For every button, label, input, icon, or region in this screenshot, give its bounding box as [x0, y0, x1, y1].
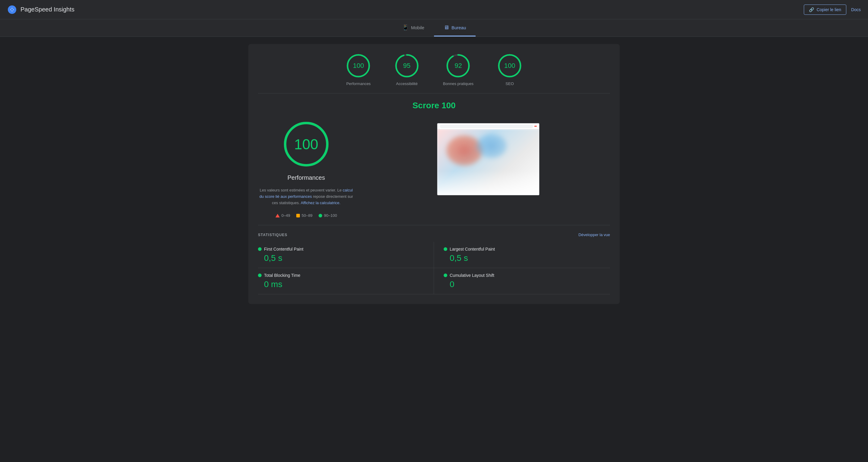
- header-left: PageSpeed Insights: [7, 5, 74, 15]
- app-title: PageSpeed Insights: [21, 6, 74, 13]
- legend-row: 0–49 50–89 90–100: [276, 213, 337, 218]
- stat-fcp-name-row: First Contentful Paint: [258, 247, 424, 252]
- score-detail-left: 100 Performances Les valeurs sont estimé…: [258, 120, 354, 218]
- score-title: Scrore 100: [258, 101, 610, 110]
- score-detail: 100 Performances Les valeurs sont estimé…: [258, 120, 610, 218]
- circle-value-bonnes-pratiques: 92: [455, 62, 462, 70]
- circle-seo: 100: [498, 54, 522, 78]
- tab-mobile[interactable]: 📱 Mobile: [393, 19, 434, 36]
- link-icon: 🔗: [809, 7, 814, 12]
- stat-cls-name-row: Cumulative Layout Shift: [444, 273, 610, 278]
- circle-bonnes-pratiques: 92: [446, 54, 470, 78]
- screenshot-frame: [437, 123, 539, 195]
- copy-link-button[interactable]: 🔗 Copier le lien: [804, 4, 846, 15]
- screenshot-container: [367, 120, 610, 195]
- circle-label-accessibilite: Accessibilité: [396, 81, 418, 86]
- score-circles-row: 100 Performances 95 Accessibilité: [258, 54, 610, 93]
- screenshot-top-bar: [437, 123, 539, 129]
- description-text: Les valeurs sont estimées et peuvent var…: [258, 187, 354, 206]
- url-bar: [440, 124, 533, 128]
- stats-header: STATISTIQUES Développer la vue: [258, 232, 610, 237]
- tab-bureau-label: Bureau: [452, 25, 466, 30]
- docs-link[interactable]: Docs: [851, 7, 861, 12]
- stat-item-fcp: First Contentful Paint 0,5 s: [258, 242, 434, 268]
- divider: [258, 225, 610, 225]
- red-triangle-icon: [276, 214, 280, 218]
- big-score-value: 100: [294, 136, 318, 152]
- tabs-container: 📱 Mobile 🖥 Bureau: [0, 19, 868, 37]
- stat-tbt-name-row: Total Blocking Time: [258, 273, 424, 278]
- circle-label-seo: SEO: [505, 81, 514, 86]
- stats-label: STATISTIQUES: [258, 233, 287, 237]
- header-right: 🔗 Copier le lien Docs: [804, 4, 861, 15]
- stat-tbt-value: 0 ms: [258, 280, 424, 289]
- pagespeed-logo: [7, 5, 17, 15]
- circle-performances: 100: [346, 54, 370, 78]
- screenshot-blob-red: [446, 136, 483, 166]
- stat-item-tbt: Total Blocking Time 0 ms: [258, 268, 434, 294]
- main-content: 100 Performances 95 Accessibilité: [241, 37, 627, 311]
- circle-value-accessibilite: 95: [403, 62, 410, 70]
- stat-item-cls: Cumulative Layout Shift 0: [434, 268, 610, 294]
- circle-label-bonnes-pratiques: Bonnes pratiques: [443, 81, 473, 86]
- tab-mobile-label: Mobile: [411, 25, 424, 30]
- desktop-icon: 🖥: [444, 24, 449, 31]
- stat-lcp-value: 0,5 s: [444, 253, 610, 263]
- stat-dot-lcp: [444, 247, 447, 251]
- big-score-label: Performances: [287, 174, 325, 181]
- legend-item-orange: 50–89: [296, 213, 313, 218]
- stat-dot-fcp: [258, 247, 261, 251]
- stat-lcp-name-row: Largest Contentful Paint: [444, 247, 610, 252]
- stat-cls-value: 0: [444, 280, 610, 289]
- stat-fcp-name: First Contentful Paint: [264, 247, 304, 252]
- stat-lcp-name: Largest Contentful Paint: [450, 247, 495, 252]
- stat-item-lcp: Largest Contentful Paint 0,5 s: [434, 242, 610, 268]
- circle-label-performances: Performances: [346, 81, 371, 86]
- score-panel: 100 Performances 95 Accessibilité: [248, 44, 620, 304]
- score-circle-seo[interactable]: 100 SEO: [498, 54, 522, 86]
- mobile-icon: 📱: [402, 24, 409, 31]
- stats-grid: First Contentful Paint 0,5 s Largest Con…: [258, 242, 610, 294]
- stat-fcp-value: 0,5 s: [258, 253, 424, 263]
- green-dot-icon: [318, 214, 322, 218]
- stat-tbt-name: Total Blocking Time: [264, 273, 301, 278]
- screenshot-content: [437, 129, 539, 195]
- screenshot-blob-blue: [476, 134, 507, 158]
- orange-square-icon: [296, 214, 300, 218]
- screenshot-fade: [437, 171, 539, 195]
- stat-cls-name: Cumulative Layout Shift: [450, 273, 494, 278]
- score-circle-accessibilite[interactable]: 95 Accessibilité: [395, 54, 419, 86]
- legend-item-red: 0–49: [276, 213, 290, 218]
- expand-button[interactable]: Développer la vue: [578, 232, 610, 237]
- score-circle-performances[interactable]: 100 Performances: [346, 54, 371, 86]
- circle-accessibilite: 95: [395, 54, 419, 78]
- score-circle-bonnes-pratiques[interactable]: 92 Bonnes pratiques: [443, 54, 473, 86]
- red-accent: [534, 126, 537, 127]
- stat-dot-tbt: [258, 273, 261, 277]
- stat-dot-cls: [444, 273, 447, 277]
- svg-point-1: [11, 8, 13, 11]
- big-score-circle: 100: [282, 120, 330, 168]
- tab-bureau[interactable]: 🖥 Bureau: [434, 20, 475, 36]
- calculator-link[interactable]: Affichez la calculatrice.: [301, 201, 341, 205]
- header: PageSpeed Insights 🔗 Copier le lien Docs: [0, 0, 868, 19]
- circle-value-performances: 100: [353, 62, 364, 70]
- circle-value-seo: 100: [504, 62, 516, 70]
- legend-item-green: 90–100: [318, 213, 337, 218]
